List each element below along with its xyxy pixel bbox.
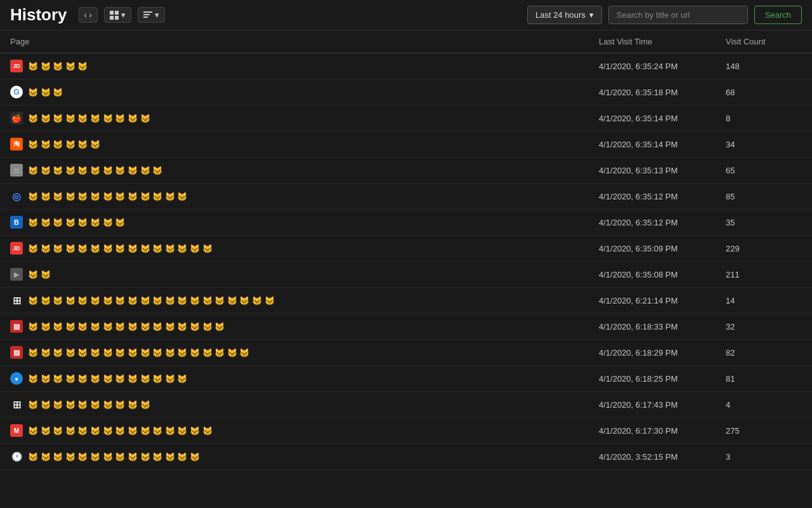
row-page-12: ● 🐱 🐱 🐱 🐱 🐱 🐱 🐱 🐱 🐱 🐱 🐱 🐱 🐱 (10, 372, 599, 385)
svg-rect-2 (110, 16, 114, 20)
page-title: History (10, 5, 67, 25)
col-time-header: Last Visit Time (599, 37, 726, 46)
row-visit-time: 4/1/2020, 6:35:14 PM (599, 114, 726, 123)
sort-button[interactable]: ▾ (138, 7, 165, 23)
row-visit-count: 34 (726, 140, 802, 149)
row-page-2: 🍎 🐱 🐱 🐱 🐱 🐱 🐱 🐱 🐱 🐱 🐱 (10, 112, 599, 124)
time-filter-button[interactable]: Last 24 hours ▾ (527, 6, 602, 24)
favicon-icon: ● (10, 372, 23, 385)
page-title-text: 🐱 🐱 🐱 🐱 🐱 🐱 🐱 🐱 🐱 🐱 🐱 🐱 🐱 🐱 🐱 (28, 426, 213, 436)
favicon-icon: ⊞ (10, 294, 23, 307)
table-row[interactable]: JD 🐱 🐱 🐱 🐱 🐱 4/1/2020, 6:35:24 PM 148 (0, 53, 812, 79)
table-row[interactable]: ▶ 🐱 🐱 4/1/2020, 6:35:08 PM 211 (0, 262, 812, 288)
table-row[interactable]: ▤ 🐱 🐱 🐱 🐱 🐱 🐱 🐱 🐱 🐱 🐱 🐱 🐱 🐱 🐱 🐱 🐱 🐱 🐱 4/… (0, 340, 812, 366)
page-title-text: 🐱 🐱 🐱 🐱 🐱 (28, 62, 88, 71)
favicon-icon: 淘 (10, 138, 23, 150)
row-page-3: 淘 🐱 🐱 🐱 🐱 🐱 🐱 (10, 138, 599, 150)
table-row[interactable]: 淘 🐱 🐱 🐱 🐱 🐱 🐱 4/1/2020, 6:35:14 PM 34 (0, 131, 812, 157)
favicon-icon: JD (10, 60, 23, 72)
page-title-text: 🐱 🐱 🐱 🐱 🐱 🐱 🐱 🐱 🐱 🐱 🐱 🐱 🐱 🐱 🐱 🐱 🐱 🐱 (28, 348, 249, 358)
table-row[interactable]: 🕐 🐱 🐱 🐱 🐱 🐱 🐱 🐱 🐱 🐱 🐱 🐱 🐱 🐱 🐱 4/1/2020, … (0, 444, 812, 470)
favicon-icon: G (10, 86, 23, 98)
row-visit-time: 4/1/2020, 6:17:43 PM (599, 400, 726, 410)
row-page-14: M 🐱 🐱 🐱 🐱 🐱 🐱 🐱 🐱 🐱 🐱 🐱 🐱 🐱 🐱 🐱 (10, 424, 599, 437)
row-visit-time: 4/1/2020, 6:35:09 PM (599, 244, 726, 253)
table-header-row: Page Last Visit Time Visit Count (0, 30, 812, 53)
table-row[interactable]: ⊞ 🐱 🐱 🐱 🐱 🐱 🐱 🐱 🐱 🐱 🐱 🐱 🐱 🐱 🐱 🐱 🐱 🐱 🐱 🐱 … (0, 288, 812, 314)
table-row[interactable]: 🍎 🐱 🐱 🐱 🐱 🐱 🐱 🐱 🐱 🐱 🐱 4/1/2020, 6:35:14 … (0, 105, 812, 131)
back-forward-button[interactable]: ‹ › (79, 7, 98, 23)
table-body: JD 🐱 🐱 🐱 🐱 🐱 4/1/2020, 6:35:24 PM 148 G … (0, 53, 812, 470)
page-title-text: 🐱 🐱 🐱 🐱 🐱 🐱 🐱 🐱 🐱 🐱 🐱 🐱 🐱 🐱 🐱 🐱 (28, 322, 225, 331)
favicon-icon: ▤ (10, 320, 23, 333)
row-visit-time: 4/1/2020, 6:35:18 PM (599, 88, 726, 97)
table-row[interactable]: □ 🐱 🐱 🐱 🐱 🐱 🐱 🐱 🐱 🐱 🐱 🐱 4/1/2020, 6:35:1… (0, 157, 812, 184)
table-row[interactable]: ◎ 🐱 🐱 🐱 🐱 🐱 🐱 🐱 🐱 🐱 🐱 🐱 🐱 🐱 4/1/2020, 6:… (0, 184, 812, 210)
favicon-icon: ▤ (10, 346, 23, 359)
row-visit-time: 4/1/2020, 6:18:25 PM (599, 374, 726, 384)
row-visit-count: 3 (726, 452, 802, 462)
page-header: History ‹ › ▾ ▾ Last 24 hours ▾ Search (0, 0, 812, 30)
row-visit-count: 32 (726, 322, 802, 331)
table-row[interactable]: ▤ 🐱 🐱 🐱 🐱 🐱 🐱 🐱 🐱 🐱 🐱 🐱 🐱 🐱 🐱 🐱 🐱 4/1/20… (0, 314, 812, 340)
row-visit-time: 4/1/2020, 6:17:30 PM (599, 426, 726, 436)
row-visit-count: 275 (726, 426, 802, 436)
page-title-text: 🐱 🐱 🐱 (28, 88, 63, 97)
svg-rect-0 (110, 11, 114, 15)
col-page-header: Page (10, 37, 599, 46)
favicon-icon: 🕐 (10, 450, 23, 463)
row-visit-time: 4/1/2020, 6:35:14 PM (599, 140, 726, 149)
row-visit-time: 4/1/2020, 6:35:24 PM (599, 62, 726, 71)
favicon-icon: JD (10, 242, 23, 255)
col-count-header: Visit Count (726, 37, 802, 46)
row-visit-count: 14 (726, 296, 802, 305)
row-page-5: ◎ 🐱 🐱 🐱 🐱 🐱 🐱 🐱 🐱 🐱 🐱 🐱 🐱 🐱 (10, 190, 599, 203)
row-page-7: JD 🐱 🐱 🐱 🐱 🐱 🐱 🐱 🐱 🐱 🐱 🐱 🐱 🐱 🐱 🐱 (10, 242, 599, 255)
page-title-text: 🐱 🐱 🐱 🐱 🐱 🐱 🐱 🐱 🐱 🐱 🐱 🐱 🐱 (28, 374, 187, 384)
page-title-text: 🐱 🐱 🐱 🐱 🐱 🐱 🐱 🐱 🐱 🐱 🐱 🐱 🐱 🐱 🐱 (28, 244, 213, 253)
favicon-icon: B (10, 216, 23, 229)
row-page-9: ⊞ 🐱 🐱 🐱 🐱 🐱 🐱 🐱 🐱 🐱 🐱 🐱 🐱 🐱 🐱 🐱 🐱 🐱 🐱 🐱 … (10, 294, 599, 307)
favicon-icon: □ (10, 164, 23, 177)
row-visit-time: 4/1/2020, 6:35:12 PM (599, 218, 726, 227)
view-toggle-button[interactable]: ▾ (104, 7, 131, 23)
row-page-0: JD 🐱 🐱 🐱 🐱 🐱 (10, 60, 599, 72)
page-title-text: 🐱 🐱 🐱 🐱 🐱 🐱 (28, 140, 100, 149)
favicon-icon: M (10, 424, 23, 437)
page-title-text: 🐱 🐱 🐱 🐱 🐱 🐱 🐱 🐱 (28, 218, 125, 227)
row-visit-count: 4 (726, 400, 802, 410)
row-page-11: ▤ 🐱 🐱 🐱 🐱 🐱 🐱 🐱 🐱 🐱 🐱 🐱 🐱 🐱 🐱 🐱 🐱 🐱 🐱 (10, 346, 599, 359)
table-row[interactable]: B 🐱 🐱 🐱 🐱 🐱 🐱 🐱 🐱 4/1/2020, 6:35:12 PM 3… (0, 210, 812, 236)
row-visit-count: 81 (726, 374, 802, 384)
row-visit-time: 4/1/2020, 6:35:12 PM (599, 192, 726, 201)
search-button[interactable]: Search (754, 6, 802, 24)
row-page-1: G 🐱 🐱 🐱 (10, 86, 599, 98)
row-page-6: B 🐱 🐱 🐱 🐱 🐱 🐱 🐱 🐱 (10, 216, 599, 229)
row-page-4: □ 🐱 🐱 🐱 🐱 🐱 🐱 🐱 🐱 🐱 🐱 🐱 (10, 164, 599, 177)
row-page-13: ⊞ 🐱 🐱 🐱 🐱 🐱 🐱 🐱 🐱 🐱 🐱 (10, 398, 599, 411)
svg-rect-5 (143, 14, 150, 15)
search-input[interactable] (608, 6, 748, 24)
svg-rect-6 (143, 17, 148, 18)
table-row[interactable]: JD 🐱 🐱 🐱 🐱 🐱 🐱 🐱 🐱 🐱 🐱 🐱 🐱 🐱 🐱 🐱 4/1/202… (0, 236, 812, 262)
row-visit-count: 68 (726, 88, 802, 97)
row-visit-count: 229 (726, 244, 802, 253)
table-row[interactable]: G 🐱 🐱 🐱 4/1/2020, 6:35:18 PM 68 (0, 79, 812, 105)
table-row[interactable]: ● 🐱 🐱 🐱 🐱 🐱 🐱 🐱 🐱 🐱 🐱 🐱 🐱 🐱 4/1/2020, 6:… (0, 366, 812, 392)
page-title-text: 🐱 🐱 🐱 🐱 🐱 🐱 🐱 🐱 🐱 🐱 🐱 🐱 🐱 (28, 192, 187, 201)
chevron-down-icon: ▾ (589, 10, 594, 20)
table-row[interactable]: M 🐱 🐱 🐱 🐱 🐱 🐱 🐱 🐱 🐱 🐱 🐱 🐱 🐱 🐱 🐱 4/1/2020… (0, 418, 812, 444)
favicon-icon: 🍎 (10, 112, 23, 124)
page-title-text: 🐱 🐱 🐱 🐱 🐱 🐱 🐱 🐱 🐱 🐱 (28, 400, 150, 410)
row-visit-time: 4/1/2020, 6:18:33 PM (599, 322, 726, 331)
favicon-icon: ▶ (10, 268, 23, 281)
row-page-8: ▶ 🐱 🐱 (10, 268, 599, 281)
row-visit-count: 148 (726, 62, 802, 71)
favicon-icon: ◎ (10, 190, 23, 203)
row-visit-count: 65 (726, 166, 802, 175)
row-visit-time: 4/1/2020, 6:35:13 PM (599, 166, 726, 175)
row-visit-count: 82 (726, 348, 802, 358)
table-row[interactable]: ⊞ 🐱 🐱 🐱 🐱 🐱 🐱 🐱 🐱 🐱 🐱 4/1/2020, 6:17:43 … (0, 392, 812, 418)
svg-rect-4 (143, 11, 152, 13)
row-page-15: 🕐 🐱 🐱 🐱 🐱 🐱 🐱 🐱 🐱 🐱 🐱 🐱 🐱 🐱 🐱 (10, 450, 599, 463)
